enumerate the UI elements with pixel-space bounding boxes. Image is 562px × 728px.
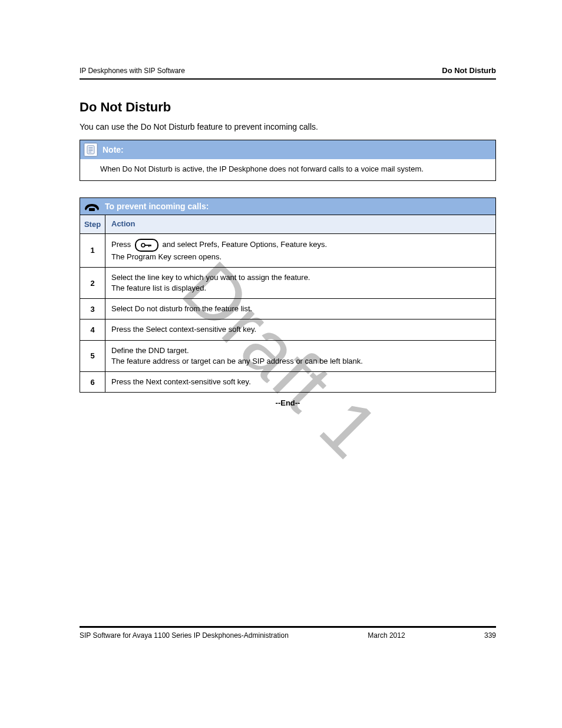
running-header: IP Deskphones with SIP Software Do Not D…	[80, 66, 496, 80]
step-number: 1	[80, 234, 105, 267]
phone-icon	[84, 200, 100, 212]
note-panel: Note: When Do Not Disturb is active, the…	[80, 140, 496, 181]
step-action-line2: The feature list is displayed.	[111, 283, 490, 294]
step-number: 5	[80, 341, 105, 371]
step-action-line1: Select the line key to which you want to…	[111, 272, 490, 283]
header-left: IP Deskphones with SIP Software	[80, 67, 185, 75]
section-title: Do Not Disturb	[80, 100, 496, 115]
step-number: 6	[80, 372, 105, 392]
step-action-line2: The Program Key screen opens.	[111, 252, 490, 262]
note-body: When Do Not Disturb is active, the IP De…	[80, 159, 495, 180]
svg-point-6	[141, 243, 145, 247]
procedure-panel: To prevent incoming calls: Step Action 1…	[80, 197, 496, 393]
svg-rect-9	[150, 245, 151, 246]
step-number: 3	[80, 299, 105, 319]
svg-rect-7	[144, 245, 151, 246]
procedure-header-step: Step	[80, 215, 105, 233]
step-action-line1: Select Do not disturb from the feature l…	[111, 304, 490, 314]
lead-text: You can use the Do Not Disturb feature t…	[80, 121, 496, 133]
step-number: 2	[80, 268, 105, 298]
step-action: Press the Next context-sensitive soft ke…	[105, 372, 495, 392]
step-action: Press the Select context-sensitive soft …	[105, 319, 495, 340]
table-row: 3 Select Do not disturb from the feature…	[80, 298, 495, 319]
table-row: 5 Define the DND target. The feature add…	[80, 340, 495, 371]
step-action-pre: Press	[111, 240, 133, 249]
table-row: 4 Press the Select context-sensitive sof…	[80, 319, 495, 340]
svg-rect-8	[148, 245, 150, 247]
procedure-header-action: Action	[105, 215, 495, 233]
svg-rect-5	[89, 208, 95, 211]
footer: SIP Software for Avaya 1100 Series IP De…	[80, 626, 496, 640]
table-row: 1 Press and select Prefs, Feat	[80, 233, 495, 267]
table-row: 6 Press the Next context-sensitive soft …	[80, 371, 495, 392]
step-action-line1: Press the Next context-sensitive soft ke…	[111, 377, 490, 387]
procedure-header-row: Step Action	[80, 215, 495, 233]
procedure-end: --End--	[80, 398, 496, 407]
footer-title: SIP Software for Avaya 1100 Series IP De…	[80, 631, 289, 640]
header-right: Do Not Disturb	[442, 66, 496, 75]
footer-date: March 2012	[368, 631, 405, 640]
step-action-line2: The feature address or target can be any…	[111, 356, 490, 367]
svg-rect-0	[87, 146, 94, 154]
step-action: Select the line key to which you want to…	[105, 268, 495, 298]
table-row: 2 Select the line key to which you want …	[80, 267, 495, 298]
step-number: 4	[80, 319, 105, 340]
note-icon	[84, 143, 98, 157]
note-label: Note:	[103, 145, 124, 154]
step-action-line1: Press the Select context-sensitive soft …	[111, 324, 490, 335]
footer-page: 339	[484, 631, 496, 640]
step-action-line1: Define the DND target.	[111, 345, 490, 356]
step-action: Select Do not disturb from the feature l…	[105, 299, 495, 319]
step-action: Define the DND target. The feature addre…	[105, 341, 495, 371]
services-key-icon	[135, 239, 158, 252]
step-action: Press and select Prefs, Feature Options,…	[105, 234, 495, 267]
step-action-post: and select Prefs, Feature Options, Featu…	[162, 240, 327, 249]
procedure-label: To prevent incoming calls:	[105, 202, 209, 211]
